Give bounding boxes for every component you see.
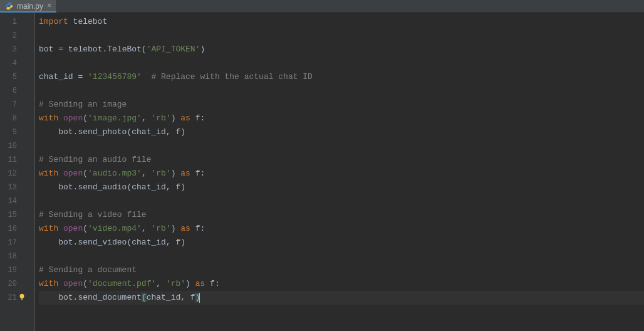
- code-line[interactable]: # Sending an image: [39, 98, 644, 112]
- code-token: chat_id: [39, 72, 78, 81]
- text-caret: [199, 293, 200, 303]
- code-token: ): [200, 45, 205, 54]
- code-token: # Sending an audio file: [39, 155, 151, 164]
- code-line[interactable]: [39, 250, 644, 263]
- file-tab-main-py[interactable]: main.py ×: [0, 0, 57, 12]
- code-line[interactable]: [39, 84, 644, 98]
- line-number: 16: [0, 222, 26, 236]
- code-token: ,: [180, 293, 190, 302]
- code-token: 'image.jpg': [88, 113, 142, 123]
- code-token: ,: [142, 169, 152, 178]
- code-token: f): [175, 127, 185, 137]
- code-token: f:: [210, 279, 220, 288]
- line-number: 9: [0, 125, 26, 139]
- code-token: f): [175, 182, 185, 192]
- code-line[interactable]: bot.send_photo(chat_id, f): [39, 125, 644, 139]
- line-number: 3: [0, 43, 26, 56]
- line-number: 4: [0, 56, 26, 70]
- line-number: 8: [0, 112, 26, 125]
- code-token: with: [39, 113, 63, 123]
- line-number: 18: [0, 250, 26, 263]
- line-number: 12: [0, 167, 26, 181]
- close-icon[interactable]: ×: [47, 2, 51, 11]
- code-token: as: [180, 224, 195, 233]
- code-token: (: [83, 113, 88, 123]
- svg-point-0: [20, 294, 24, 298]
- code-token: telebot.TeleBot(: [68, 45, 147, 54]
- code-line[interactable]: import telebot: [39, 15, 644, 29]
- code-token: # Sending an image: [39, 100, 127, 109]
- code-token: bot.send_photo(chat_id: [39, 127, 166, 137]
- code-token: 'API_TOKEN': [147, 45, 200, 54]
- code-content[interactable]: import telebotbot = telebot.TeleBot('API…: [35, 13, 644, 331]
- code-token: open: [63, 224, 83, 233]
- code-token: with: [39, 279, 63, 288]
- code-line[interactable]: bot.send_document(chat_id, f): [39, 291, 644, 305]
- code-line[interactable]: bot.send_video(chat_id, f): [39, 236, 644, 250]
- tab-bar: main.py ×: [0, 0, 644, 13]
- code-token: 'rb': [151, 224, 170, 233]
- code-token: with: [39, 169, 63, 178]
- code-token: 'video.mp4': [88, 224, 142, 233]
- code-line[interactable]: bot = telebot.TeleBot('API_TOKEN'): [39, 43, 644, 56]
- code-token: import: [39, 17, 73, 26]
- code-line[interactable]: # Sending a video file: [39, 208, 644, 222]
- code-token: open: [63, 113, 83, 123]
- line-number: 7: [0, 98, 26, 112]
- code-token: ,: [166, 182, 176, 192]
- code-token: 'rb': [151, 113, 170, 123]
- code-line[interactable]: with open('audio.mp3', 'rb') as f:: [39, 167, 644, 181]
- code-token: f:: [195, 224, 205, 233]
- line-number: 14: [0, 194, 26, 208]
- code-token: # Sending a document: [39, 265, 137, 275]
- code-token: ): [185, 279, 195, 288]
- code-token: (: [142, 293, 147, 302]
- editor-root: main.py × 123456789101112131415161718192…: [0, 0, 644, 331]
- line-number: 11: [0, 153, 26, 167]
- tab-label: main.py: [17, 2, 43, 11]
- code-token: bot: [39, 45, 58, 54]
- code-line[interactable]: [39, 56, 644, 70]
- line-number: 5: [0, 70, 26, 84]
- code-line[interactable]: bot.send_audio(chat_id, f): [39, 181, 644, 194]
- code-token: ,: [166, 127, 176, 137]
- line-number: 17: [0, 236, 26, 250]
- code-token: ): [171, 113, 181, 123]
- code-line[interactable]: [39, 194, 644, 208]
- code-line[interactable]: with open('video.mp4', 'rb') as f:: [39, 222, 644, 236]
- code-token: chat_id: [147, 293, 181, 302]
- code-token: telebot: [73, 17, 108, 26]
- code-line[interactable]: # Sending a document: [39, 263, 644, 277]
- code-token: 'audio.mp3': [88, 169, 142, 178]
- code-line[interactable]: # Sending an audio file: [39, 153, 644, 167]
- line-number: 19: [0, 263, 26, 277]
- svg-rect-1: [21, 298, 23, 300]
- line-number: 20: [0, 277, 26, 291]
- code-token: bot.send_audio(chat_id: [39, 182, 166, 192]
- code-token: ,: [142, 113, 152, 123]
- code-line[interactable]: with open('document.pdf', 'rb') as f:: [39, 277, 644, 291]
- code-token: ,: [156, 279, 166, 288]
- intention-bulb-icon[interactable]: [18, 293, 26, 302]
- line-number: 2: [0, 29, 26, 43]
- code-line[interactable]: with open('image.jpg', 'rb') as f:: [39, 112, 644, 125]
- code-token: as: [180, 169, 195, 178]
- code-line[interactable]: chat_id = '123456789' # Replace with the…: [39, 70, 644, 84]
- code-token: f: [190, 293, 195, 302]
- code-token: ): [171, 224, 181, 233]
- code-token: f:: [195, 169, 205, 178]
- code-token: ): [171, 169, 181, 178]
- code-token: open: [63, 279, 83, 288]
- code-token: =: [78, 72, 88, 81]
- code-token: # Sending a video file: [39, 210, 147, 219]
- code-area[interactable]: 123456789101112131415161718192021 import…: [0, 13, 644, 331]
- code-token: with: [39, 224, 63, 233]
- code-line[interactable]: [39, 29, 644, 43]
- code-token: f): [175, 238, 185, 247]
- code-line[interactable]: [39, 139, 644, 153]
- python-file-icon: [5, 2, 13, 10]
- line-number: 10: [0, 139, 26, 153]
- fold-bar: [26, 13, 35, 331]
- code-token: bot.send_video(chat_id: [39, 238, 166, 247]
- code-token: =: [58, 45, 68, 54]
